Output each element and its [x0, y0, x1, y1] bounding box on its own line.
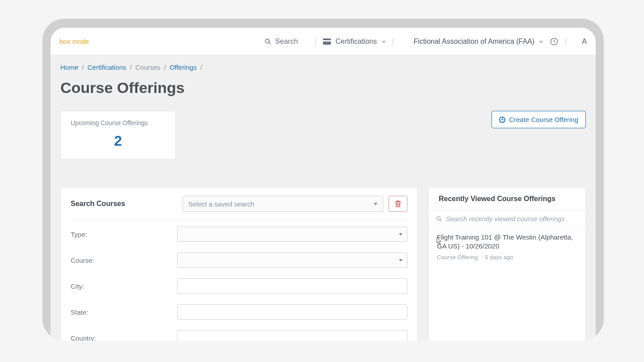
- city-label: City:: [71, 282, 177, 290]
- org-selector[interactable]: Fictional Association of America (FAA): [414, 38, 543, 46]
- chevron-down-icon: [381, 39, 386, 44]
- plus-circle-icon: +: [499, 117, 505, 123]
- caret-down-icon: [374, 203, 377, 205]
- state-label: State:: [71, 308, 177, 316]
- mode-indicator: box mode: [59, 38, 89, 45]
- recent-item-title: Flight Training 101 @ The Westin (Alphar…: [437, 233, 577, 251]
- filter-row-country: Country:: [71, 324, 407, 341]
- svg-point-5: [437, 217, 441, 220]
- recently-viewed-search-placeholder: Search recently viewed course offerings: [446, 215, 565, 223]
- avatar[interactable]: A: [582, 38, 587, 46]
- upcoming-offerings-label: Upcoming Course Offerings: [71, 119, 165, 126]
- type-label: Type:: [71, 231, 177, 238]
- divider: |: [392, 38, 394, 46]
- city-input[interactable]: [177, 278, 407, 294]
- panels-row: Search Courses Select a saved search Typ…: [60, 187, 586, 341]
- upcoming-offerings-value: 2: [71, 133, 165, 149]
- search-courses-panel: Search Courses Select a saved search Typ…: [60, 187, 418, 341]
- svg-line-6: [440, 219, 442, 221]
- divider: |: [315, 38, 317, 46]
- country-label: Country:: [71, 334, 177, 341]
- delete-saved-search-button[interactable]: [389, 196, 407, 212]
- svg-line-1: [269, 42, 271, 44]
- search-panel-header: Search Courses Select a saved search: [71, 196, 407, 220]
- filter-row-course: Course:: [71, 246, 407, 272]
- trash-icon: [395, 200, 401, 207]
- filter-row-city: City:: [71, 272, 407, 298]
- breadcrumb: Home / Certifications / Courses / Offeri…: [60, 63, 586, 71]
- course-select[interactable]: [177, 253, 407, 268]
- search-icon: [264, 38, 271, 45]
- filter-row-state: State:: [71, 298, 407, 324]
- create-course-offering-button[interactable]: + Create Course Offering: [491, 111, 586, 128]
- breadcrumb-certifications[interactable]: Certifications: [88, 63, 127, 71]
- svg-rect-3: [323, 40, 331, 42]
- recently-viewed-title: Recently Viewed Course Offerings: [429, 188, 585, 210]
- recent-item[interactable]: Flight Training 101 @ The Westin (Alphar…: [429, 227, 585, 266]
- device-frame: box mode Search | Certifications | Ficti…: [42, 19, 604, 341]
- saved-search-placeholder: Select a saved search: [188, 200, 254, 208]
- global-search-label: Search: [275, 38, 298, 46]
- clock-icon[interactable]: [550, 37, 559, 46]
- recent-item-age: 5 days ago: [485, 254, 513, 261]
- recent-item-meta: Course Offering·5 days ago: [437, 254, 577, 261]
- app-window: box mode Search | Certifications | Ficti…: [51, 28, 596, 341]
- page-title: Course Offerings: [60, 79, 586, 97]
- saved-search-select[interactable]: Select a saved search: [182, 196, 383, 212]
- recently-viewed-search[interactable]: Search recently viewed course offerings: [429, 210, 585, 227]
- caret-down-icon: [399, 259, 402, 261]
- course-label: Course:: [71, 257, 177, 264]
- org-name: Fictional Association of America (FAA): [414, 38, 534, 46]
- nav-certifications[interactable]: Certifications: [323, 38, 386, 46]
- global-search[interactable]: Search: [264, 38, 298, 46]
- caret-down-icon: [399, 233, 402, 236]
- breadcrumb-courses: Courses: [136, 63, 161, 71]
- country-input[interactable]: [177, 330, 407, 341]
- state-input[interactable]: [177, 304, 407, 320]
- filter-row-type: Type:: [71, 220, 407, 246]
- recent-item-type: Course Offering: [437, 254, 478, 261]
- search-icon: [436, 216, 442, 222]
- recently-viewed-panel: Recently Viewed Course Offerings Search …: [428, 187, 586, 341]
- stats-row: Upcoming Course Offerings 2 + Create Cou…: [60, 111, 586, 160]
- search-panel-title: Search Courses: [71, 200, 182, 208]
- card-icon: [323, 38, 331, 45]
- upcoming-offerings-card[interactable]: Upcoming Course Offerings 2: [60, 111, 176, 160]
- divider: |: [565, 38, 567, 46]
- chevron-down-icon: [539, 39, 543, 44]
- create-button-label: Create Course Offering: [509, 116, 578, 123]
- svg-point-0: [266, 39, 270, 43]
- type-select[interactable]: [177, 227, 407, 242]
- topbar: box mode Search | Certifications | Ficti…: [51, 28, 596, 55]
- nav-certifications-label: Certifications: [335, 38, 377, 46]
- page-content: Home / Certifications / Courses / Offeri…: [51, 55, 596, 341]
- breadcrumb-offerings[interactable]: Offerings: [169, 63, 197, 71]
- breadcrumb-home[interactable]: Home: [60, 63, 78, 71]
